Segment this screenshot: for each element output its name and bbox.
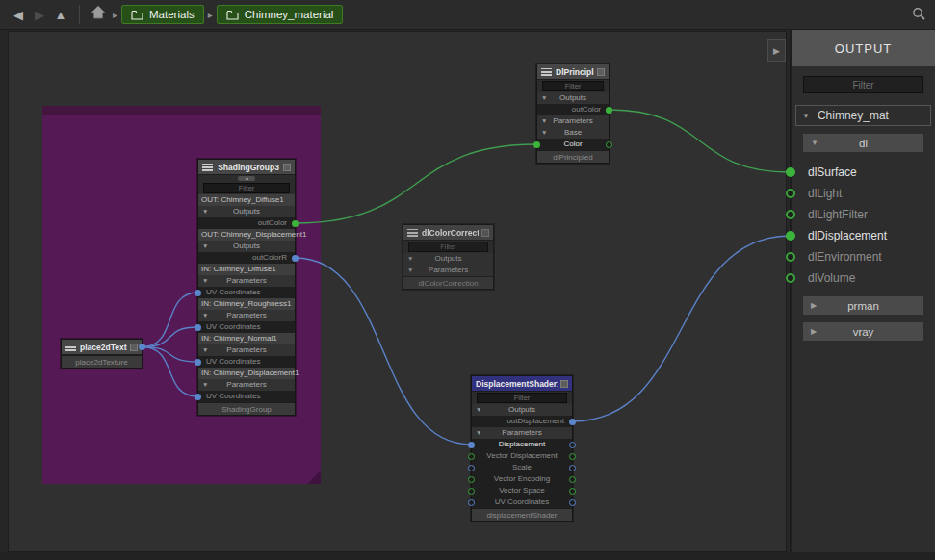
dlEnvironment-port-icon[interactable] <box>786 252 795 262</box>
out-port-icon[interactable] <box>569 499 576 506</box>
expand-pill-button[interactable] <box>238 176 255 181</box>
in-port-icon[interactable] <box>468 442 475 448</box>
attr-section-row[interactable]: ▼Outputs <box>537 92 609 104</box>
chevron-down-icon[interactable]: ▼ <box>202 344 208 356</box>
panel-filter-input[interactable] <box>803 76 923 93</box>
node-filter-input[interactable]: Filter <box>408 242 488 252</box>
attr-section-row[interactable]: ▼Base <box>537 127 609 139</box>
dlLightFilter-port-icon[interactable] <box>786 210 795 219</box>
dlDisplacement-port-icon[interactable] <box>786 231 795 241</box>
hamburger-icon[interactable] <box>407 229 418 237</box>
chevron-down-icon[interactable]: ▼ <box>202 241 208 252</box>
chevron-down-icon[interactable]: ▼ <box>541 92 547 104</box>
chevron-down-icon[interactable]: ▼ <box>541 127 547 139</box>
attr-section-row[interactable]: ▼Parameters <box>537 115 609 127</box>
attr-section-row[interactable]: ▼Parameters <box>198 344 295 356</box>
hamburger-icon[interactable] <box>202 164 213 171</box>
group-vray-header[interactable]: ▶ vray <box>803 322 923 341</box>
chevron-down-icon[interactable]: ▼ <box>202 310 208 321</box>
chevron-down-icon[interactable]: ▼ <box>202 206 208 217</box>
output-row-dlSurface[interactable]: dlSurface <box>792 162 935 183</box>
in-port-icon[interactable] <box>533 141 540 148</box>
breadcrumb-chimney-material[interactable]: Chimney_material <box>217 5 344 24</box>
output-row-dlVolume[interactable]: dlVolume <box>792 267 935 289</box>
chevron-down-icon[interactable]: ▼ <box>476 404 481 416</box>
attr-section-row[interactable]: ▼Outputs <box>472 404 572 416</box>
in-port-icon[interactable] <box>468 499 475 506</box>
chevron-down-icon[interactable]: ▼ <box>202 275 208 287</box>
output-row-dlLightFilter[interactable]: dlLightFilter <box>792 204 935 225</box>
attr-section-row[interactable]: ▼Outputs <box>403 253 493 265</box>
group-prman-header[interactable]: ▶ prman <box>803 296 923 315</box>
node-DlPrincipled3[interactable]: DlPrincipled3Filter▼OutputsoutColor▼Para… <box>536 64 610 164</box>
node-header[interactable]: DlPrincipled3 <box>537 64 609 80</box>
out-port-icon[interactable] <box>292 220 299 227</box>
out-port-icon[interactable] <box>569 488 576 495</box>
breadcrumb-materials[interactable]: Materials <box>121 5 204 24</box>
node-header[interactable]: dlColorCorrection <box>403 225 493 241</box>
node-dlColorCorrection[interactable]: dlColorCorrectionFilter▼Outputs▼Paramete… <box>403 224 494 290</box>
node-DisplacementShader1[interactable]: DisplacementShader1Filter▼OutputsoutDisp… <box>471 375 573 522</box>
output-row-dlEnvironment[interactable]: dlEnvironment <box>792 246 935 267</box>
out-port-icon[interactable] <box>569 453 576 460</box>
node-ShadingGroup3[interactable]: ShadingGroup3FilterOUT: Chimney_Diffuse1… <box>197 159 296 416</box>
up-button[interactable]: ▲ <box>50 0 71 30</box>
node-filter-input[interactable]: Filter <box>203 183 290 193</box>
hamburger-icon[interactable] <box>541 68 552 76</box>
in-port-icon[interactable] <box>195 324 201 331</box>
in-port-icon[interactable] <box>468 465 475 471</box>
attr-section-row[interactable]: ▼Outputs <box>198 241 295 252</box>
chevron-down-icon[interactable]: ▼ <box>407 253 413 265</box>
hamburger-icon[interactable] <box>65 344 76 351</box>
node-swatch-icon[interactable] <box>560 380 568 388</box>
dlVolume-port-icon[interactable] <box>786 273 795 283</box>
search-button[interactable] <box>910 6 927 23</box>
attr-section-row[interactable]: ▼Outputs <box>198 206 295 217</box>
node-header[interactable]: ShadingGroup3 <box>198 160 295 175</box>
panel-collapse-button[interactable]: ▶ <box>767 39 786 62</box>
home-button[interactable] <box>88 0 109 30</box>
chevron-down-icon[interactable]: ▼ <box>476 427 481 439</box>
in-port-icon[interactable] <box>468 453 475 460</box>
node-swatch-icon[interactable] <box>481 229 489 237</box>
in-port-icon[interactable] <box>195 290 201 296</box>
backdrop-resize-handle[interactable] <box>307 471 321 484</box>
in-port-icon[interactable] <box>468 476 475 483</box>
back-button[interactable]: ◀ <box>8 0 29 30</box>
out-port-icon[interactable] <box>569 465 576 471</box>
output-row-dlLight[interactable]: dlLight <box>792 183 935 204</box>
node-header[interactable]: DisplacementShader1 <box>472 376 572 392</box>
group-dl-header[interactable]: ▼ dl <box>803 134 923 152</box>
out-port-icon[interactable] <box>569 419 576 425</box>
attr-section-row[interactable]: ▼Parameters <box>403 265 493 276</box>
node-swatch-icon[interactable] <box>283 164 291 171</box>
node-header[interactable]: place2dTexture1 <box>62 340 142 355</box>
node-filter-input[interactable]: Filter <box>477 393 567 403</box>
dlLight-port-icon[interactable] <box>786 189 795 198</box>
chevron-down-icon[interactable]: ▼ <box>407 265 413 276</box>
out-port-icon[interactable] <box>569 476 576 483</box>
node-swatch-icon[interactable] <box>597 68 605 76</box>
attr-section-row[interactable]: ▼Parameters <box>198 275 295 287</box>
backdrop-titlebar[interactable] <box>42 106 321 115</box>
node-place2dTexture1[interactable]: place2dTexture1place2dTexture <box>61 339 143 369</box>
chevron-down-icon[interactable]: ▼ <box>541 115 547 127</box>
out-port-icon[interactable] <box>139 344 145 350</box>
attr-section-row[interactable]: ▼Parameters <box>472 427 572 439</box>
out-port-icon[interactable] <box>606 141 612 148</box>
forward-button[interactable]: ▶ <box>29 0 50 30</box>
attr-section-row[interactable]: ▼Parameters <box>198 379 295 391</box>
node-filter-input[interactable]: Filter <box>542 81 604 91</box>
dlSurface-port-icon[interactable] <box>786 167 795 177</box>
chevron-down-icon[interactable]: ▼ <box>202 379 208 391</box>
out-port-icon[interactable] <box>292 255 299 262</box>
in-port-icon[interactable] <box>468 488 475 495</box>
in-port-icon[interactable] <box>195 359 201 366</box>
material-header[interactable]: ▼ Chimney_mat <box>795 105 931 126</box>
node-swatch-icon[interactable] <box>130 344 138 351</box>
output-row-dlDisplacement[interactable]: dlDisplacement <box>792 225 935 246</box>
in-port-icon[interactable] <box>195 394 201 400</box>
attr-section-row[interactable]: ▼Parameters <box>198 310 295 321</box>
out-port-icon[interactable] <box>569 442 576 448</box>
out-port-icon[interactable] <box>606 107 612 114</box>
